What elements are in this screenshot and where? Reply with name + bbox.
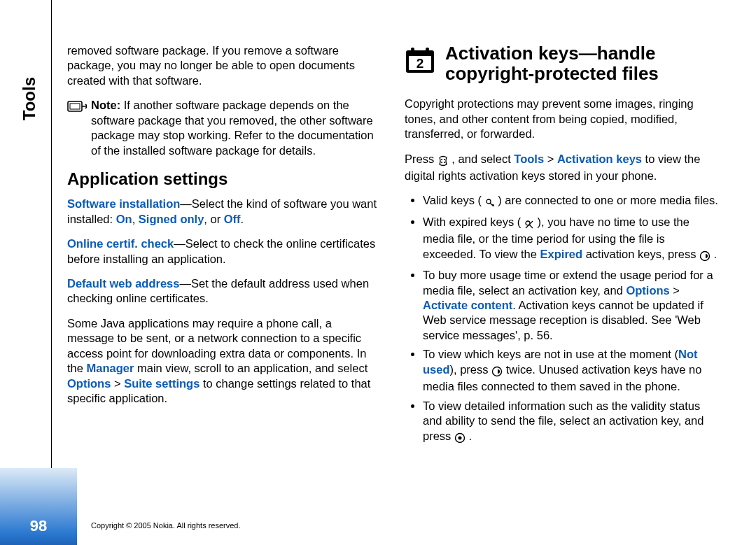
- copyright-line: Copyright © 2005 Nokia. All rights reser…: [91, 521, 241, 530]
- page-content: removed software package. If you remove …: [67, 43, 739, 450]
- left-column: removed software package. If you remove …: [67, 43, 381, 450]
- right-column: 2 Activation keys—handle copyright-prote…: [405, 43, 718, 450]
- page-number-badge: 98: [0, 468, 77, 545]
- vertical-rule: [51, 0, 52, 545]
- svg-point-13: [701, 251, 710, 260]
- java-paragraph: Some Java applications may require a pho…: [67, 316, 381, 406]
- intro-paragraph: removed software package. If you remove …: [67, 43, 381, 88]
- svg-rect-1: [70, 104, 80, 109]
- copyright-protection-paragraph: Copyright protections may prevent some i…: [405, 97, 718, 141]
- svg-rect-4: [411, 48, 414, 53]
- svg-text:2: 2: [416, 56, 424, 71]
- expired-key-icon: [524, 218, 538, 230]
- svg-rect-5: [426, 48, 429, 53]
- bullet-expired-keys: With expired keys ( ), you have no time …: [423, 215, 718, 264]
- menu-key-icon: [438, 155, 452, 167]
- bullet-detailed-info: To view detailed information such as the…: [423, 399, 718, 446]
- default-web-address-paragraph: Default web address—Set the default addr…: [67, 276, 381, 306]
- note-text: Note: If another software package depend…: [91, 99, 374, 156]
- press-tools-paragraph: Press , and select Tools > Activation ke…: [405, 152, 718, 184]
- note-icon: [67, 99, 87, 115]
- side-tab: Tools: [20, 34, 39, 77]
- svg-point-16: [458, 436, 461, 439]
- bullet-valid-keys: Valid keys ( ) are connected to one or m…: [423, 193, 718, 210]
- scroll-right-icon: [699, 250, 714, 262]
- svg-point-7: [441, 159, 442, 160]
- bullet-buy-more: To buy more usage time or extend the usa…: [423, 268, 718, 343]
- software-installation-paragraph: Software installation—Select the kind of…: [67, 197, 381, 227]
- svg-point-8: [444, 159, 445, 160]
- scroll-right-icon: [491, 365, 506, 378]
- application-settings-heading: Application settings: [67, 168, 381, 190]
- svg-point-14: [493, 367, 502, 376]
- page-number: 98: [30, 517, 47, 535]
- select-key-icon: [454, 432, 469, 444]
- note-block: Note: If another software package depend…: [67, 98, 381, 158]
- activation-keys-heading: 2 Activation keys—handle copyright-prote…: [405, 43, 718, 84]
- bullet-list: Valid keys ( ) are connected to one or m…: [405, 193, 718, 446]
- svg-point-9: [441, 162, 442, 163]
- svg-point-10: [444, 162, 445, 163]
- valid-key-icon: [485, 196, 498, 208]
- online-certif-paragraph: Online certif. check—Select to check the…: [67, 236, 381, 267]
- calendar-icon: 2: [405, 46, 435, 78]
- bullet-not-used: To view which keys are not in use at the…: [423, 347, 718, 394]
